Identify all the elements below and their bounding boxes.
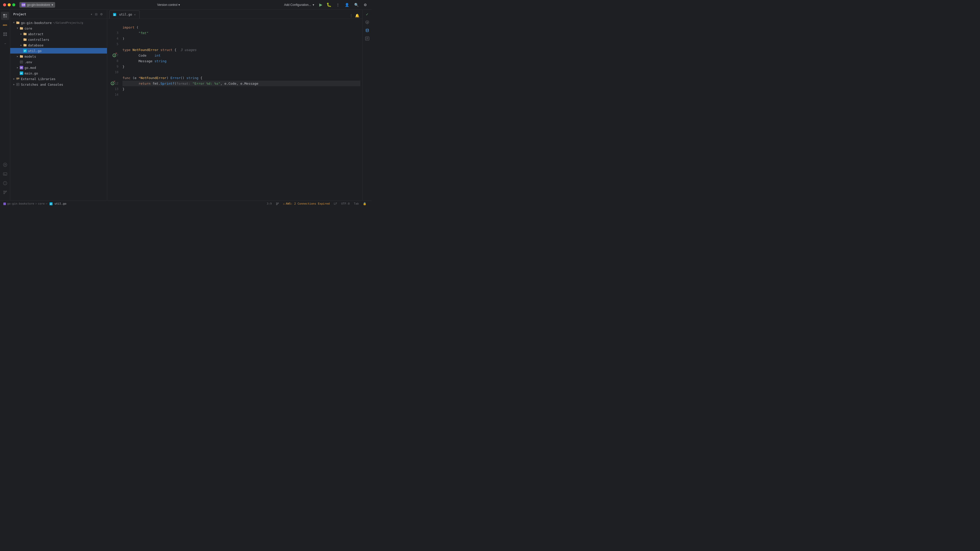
tree-item-database[interactable]: ▶ database	[10, 42, 107, 48]
env-file-icon	[19, 60, 24, 64]
project-dropdown-icon: ▾	[52, 3, 53, 6]
database-folder-label: database	[28, 43, 43, 47]
tree-item-env[interactable]: ▶ .env	[10, 59, 107, 65]
maximize-button[interactable]	[12, 3, 15, 6]
svg-rect-7	[5, 35, 7, 36]
gutter-line-11	[109, 75, 118, 81]
code-line-5: )	[123, 36, 360, 41]
sidebar-bottom-icons	[1, 161, 9, 198]
read-only-toggle[interactable]: 🔒	[361, 202, 369, 205]
tree-item-main-go[interactable]: ▶ go main.go	[10, 70, 107, 76]
right-sidebar: ✓	[363, 10, 372, 200]
settings-button[interactable]: ⚙	[362, 2, 369, 7]
sidebar-icon-terminal[interactable]	[1, 170, 9, 178]
chevron-down-icon: ▶	[12, 21, 16, 24]
gutter-line-3: 3	[109, 30, 118, 36]
external-libraries-icon	[16, 77, 20, 81]
line-ending[interactable]: LF	[332, 202, 339, 205]
svg-point-17	[3, 193, 5, 194]
folder-icon	[23, 43, 27, 47]
svg-point-16	[6, 191, 6, 192]
svg-point-39	[276, 204, 277, 205]
gutter-line-1	[109, 19, 118, 24]
tree-item-scratches-consoles[interactable]: ▶ Scratches and Consoles	[10, 82, 107, 87]
go-mod-label: go.mod	[24, 66, 36, 70]
chevron-right-icon: ▶	[16, 66, 19, 69]
models-folder-label: models	[24, 55, 36, 59]
svg-rect-3	[5, 16, 7, 17]
svg-rect-25	[16, 79, 18, 80]
debug-button[interactable]: 🐛	[325, 2, 332, 8]
warning-icon: ⚠	[283, 202, 285, 205]
folder-icon	[23, 32, 27, 36]
sidebar-icon-more[interactable]: ···	[1, 39, 9, 48]
close-button[interactable]	[3, 3, 6, 6]
aws-warning[interactable]: ⚠ AWS: 2 Connections Expired	[281, 202, 332, 205]
more-actions-button[interactable]: ⋮	[334, 2, 341, 7]
svg-point-37	[276, 203, 277, 203]
panel-actions: ⊟ ⚙	[94, 12, 104, 17]
ai-assistant-button[interactable]	[364, 19, 371, 26]
sidebar-icon-plugins[interactable]	[1, 30, 9, 38]
traffic-lights	[3, 3, 15, 6]
sidebar-icon-git[interactable]	[1, 188, 9, 197]
database-button[interactable]	[364, 27, 371, 34]
gutter-line-15	[109, 97, 118, 103]
code-line-10: }	[123, 64, 360, 69]
folder-icon	[23, 38, 27, 41]
tree-item-models[interactable]: ▶ models	[10, 54, 107, 59]
tree-item-go-mod[interactable]: ▶ go go.mod	[10, 65, 107, 70]
breadcrumb-sep-1: >	[35, 202, 37, 205]
breadcrumb-root: go-gin-bookstore	[7, 202, 34, 205]
run-button[interactable]: ▶	[318, 2, 323, 8]
tabs-more-button[interactable]: ⋮	[348, 13, 354, 19]
version-control-button[interactable]: Version control ▾	[155, 2, 182, 7]
add-configuration-button[interactable]: Add Configuration... ▾	[282, 2, 316, 7]
sidebar-icon-problems[interactable]	[1, 179, 9, 187]
tree-item-abstract[interactable]: ▶ abstract	[10, 31, 107, 37]
code-line-2	[123, 19, 360, 24]
svg-point-14	[5, 184, 5, 184]
tabs-actions: ⋮ 🔔	[348, 13, 360, 19]
indent-style[interactable]: Tab	[352, 202, 361, 205]
code-line-15	[123, 92, 360, 97]
chevron-right-icon: ▶	[12, 77, 16, 81]
tree-item-root[interactable]: ▶ go-gin-bookstore ~/GolandProjects/g	[10, 20, 107, 25]
go-mod-icon: go	[19, 65, 24, 70]
tree-item-util-go[interactable]: ▶ go util.go	[10, 48, 107, 54]
tree-item-controllers[interactable]: ▶ controllers	[10, 37, 107, 42]
tab-close-button[interactable]: ×	[134, 13, 136, 16]
sidebar-icon-run[interactable]	[1, 161, 9, 169]
abstract-folder-label: abstract	[28, 32, 43, 36]
gutter-line-4: 4	[109, 36, 118, 41]
panel-collapse-button[interactable]: ⊟	[94, 12, 99, 17]
minimize-button[interactable]	[8, 3, 11, 6]
search-button[interactable]: 🔍	[353, 2, 360, 7]
tree-item-external-libraries[interactable]: ▶ External Libraries	[10, 76, 107, 82]
profile-button[interactable]: 👤	[343, 2, 351, 7]
project-selector-button[interactable]: GB go-gin-bookstore ▾	[19, 2, 55, 8]
panel-settings-button[interactable]: ⚙	[99, 12, 104, 17]
code-editor[interactable]: 3 4 5 i ↑ 7 8 9 10 i ↑ 12	[107, 19, 363, 200]
code-line-8: Code int	[123, 52, 360, 58]
code-content[interactable]: import ( "fmt" ) type NotFoundError	[121, 19, 363, 200]
gutter-line-13: 13	[109, 86, 118, 92]
svg-rect-1	[5, 14, 7, 16]
tree-item-core[interactable]: ▶ core	[10, 25, 107, 31]
tab-util-go[interactable]: go util.go ×	[109, 11, 140, 19]
util-go-label: util.go	[28, 49, 41, 53]
folder-open-icon	[16, 21, 20, 25]
util-go-breadcrumb-icon: go	[49, 202, 53, 206]
sidebar-icon-aws[interactable]: aws	[1, 21, 9, 29]
project-panel-header: Project ▾ ⊟ ⚙	[10, 10, 107, 19]
gutter-line-10: 10	[109, 69, 118, 75]
code-line-6	[123, 41, 360, 47]
notifications-button[interactable]: 🔔	[354, 13, 360, 19]
structure-button[interactable]	[364, 35, 371, 42]
sidebar-icon-project[interactable]	[1, 12, 9, 20]
gutter-line-8: 8	[109, 58, 118, 64]
charset[interactable]: UTF-8	[339, 202, 352, 205]
cursor-position[interactable]: 3:9	[265, 202, 274, 205]
git-status[interactable]	[274, 202, 281, 205]
external-libraries-label: External Libraries	[21, 77, 56, 81]
